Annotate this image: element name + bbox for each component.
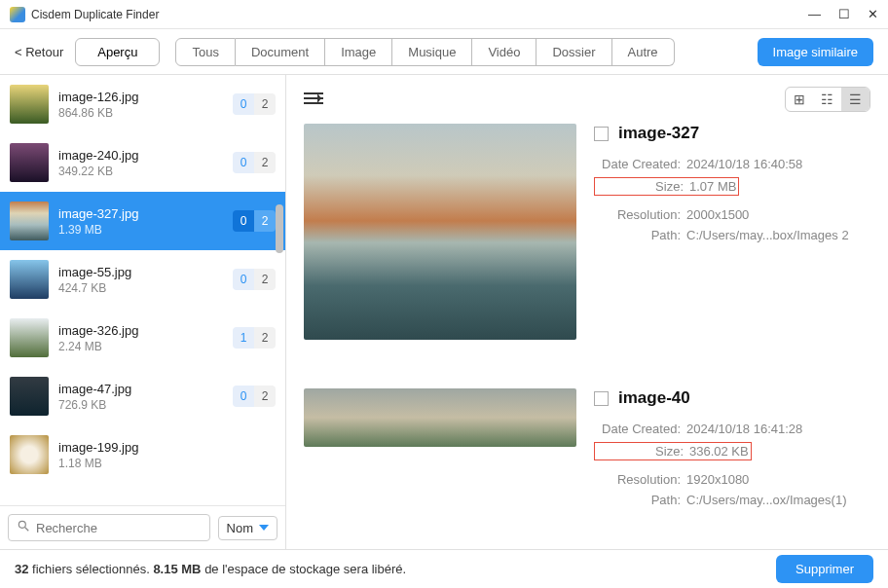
filter-icon[interactable] <box>304 90 323 110</box>
search-input[interactable] <box>36 521 202 535</box>
select-checkbox[interactable] <box>594 127 609 141</box>
file-size: 1.18 MB <box>58 457 276 470</box>
sort-button[interactable]: Nom <box>218 516 278 540</box>
count-badge: 02 <box>233 386 276 407</box>
file-size: 726.9 KB <box>58 398 223 412</box>
tab-tous[interactable]: Tous <box>175 38 235 66</box>
maximize-button[interactable]: ☐ <box>838 7 850 21</box>
close-button[interactable]: ✕ <box>868 7 878 21</box>
file-size: 349.22 KB <box>58 165 223 178</box>
size-highlight: Size:1.07 MB <box>594 177 739 196</box>
search-row: Nom <box>0 505 285 549</box>
search-box[interactable] <box>8 514 210 541</box>
file-name: image-327.jpg <box>58 206 223 221</box>
file-name: image-326.jpg <box>58 323 223 338</box>
similar-image-button[interactable]: Image similaire <box>758 38 873 66</box>
detail-body[interactable]: image-327 Date Created:2024/10/18 16:40:… <box>286 124 888 549</box>
file-size: 1.39 MB <box>58 223 223 237</box>
file-name: image-126.jpg <box>58 90 223 104</box>
sidebar: image-126.jpg864.86 KB 02 image-240.jpg3… <box>0 75 286 549</box>
window-title: Cisdem Duplicate Finder <box>31 8 808 21</box>
count-badge: 02 <box>233 93 276 115</box>
preview-image <box>304 124 576 340</box>
footer: 32 fichiers sélectionnés. 8.15 MB de l'e… <box>0 549 888 588</box>
duplicate-block: image-327 Date Created:2024/10/18 16:40:… <box>304 124 870 340</box>
list-item[interactable]: image-326.jpg2.24 MB 12 <box>0 309 285 367</box>
preview-button[interactable]: Aperçu <box>75 38 160 66</box>
tab-musique[interactable]: Musique <box>392 38 472 66</box>
tab-video[interactable]: Vidéo <box>472 38 536 66</box>
chevron-down-icon <box>259 525 269 531</box>
list-item[interactable]: image-240.jpg349.22 KB 02 <box>0 133 285 192</box>
thumbnail <box>10 318 49 357</box>
toolbar: < Retour Aperçu Tous Document Image Musi… <box>0 29 888 75</box>
search-icon <box>17 519 30 536</box>
tab-image[interactable]: Image <box>325 38 392 66</box>
type-tabs: Tous Document Image Musique Vidéo Dossie… <box>175 38 674 66</box>
list-item[interactable]: image-55.jpg424.7 KB 02 <box>0 250 285 309</box>
thumbnail <box>10 202 49 240</box>
list-item[interactable]: image-199.jpg1.18 MB <box>0 425 285 484</box>
duplicate-info: image-327 Date Created:2024/10/18 16:40:… <box>594 124 870 340</box>
thumbnail <box>10 85 49 124</box>
thumbnail <box>10 260 49 299</box>
count-badge: 02 <box>233 152 276 173</box>
file-name: image-199.jpg <box>58 440 276 455</box>
svg-line-1 <box>25 528 29 532</box>
duplicate-info: image-40 Date Created:2024/10/18 16:41:2… <box>594 388 870 513</box>
preview-image <box>304 388 576 447</box>
detail-toolbar: ⊞ ☷ ☰ <box>286 75 888 124</box>
file-size: 2.24 MB <box>58 340 223 353</box>
titlebar: Cisdem Duplicate Finder — ☐ ✕ <box>0 0 888 29</box>
size-highlight: Size:336.02 KB <box>594 442 752 460</box>
file-size: 424.7 KB <box>58 281 223 295</box>
view-list[interactable]: ☰ <box>841 88 870 111</box>
file-name: image-47.jpg <box>58 382 223 396</box>
view-mode-switch: ⊞ ☷ ☰ <box>785 87 870 112</box>
minimize-button[interactable]: — <box>808 7 821 21</box>
list-item[interactable]: image-126.jpg864.86 KB 02 <box>0 75 285 133</box>
window-controls: — ☐ ✕ <box>808 7 878 21</box>
file-name: image-240.jpg <box>58 148 223 163</box>
list-item-selected[interactable]: image-327.jpg1.39 MB 02 <box>0 192 285 250</box>
thumbnail <box>10 377 49 416</box>
duplicate-title: image-40 <box>618 388 690 408</box>
thumbnail <box>10 435 49 474</box>
tab-dossier[interactable]: Dossier <box>536 38 611 66</box>
file-name: image-55.jpg <box>58 265 223 279</box>
delete-button[interactable]: Supprimer <box>776 555 873 583</box>
scrollbar-thumb[interactable] <box>276 204 283 253</box>
svg-point-0 <box>18 521 25 528</box>
back-button[interactable]: < Retour <box>15 45 63 59</box>
count-badge: 02 <box>233 210 276 232</box>
detail-pane: ⊞ ☷ ☰ image-327 Date Created:2024/10/18 … <box>286 75 888 549</box>
count-badge: 12 <box>233 327 276 349</box>
footer-text: 32 fichiers sélectionnés. 8.15 MB de l'e… <box>15 562 406 576</box>
select-checkbox[interactable] <box>594 391 609 406</box>
view-columns[interactable]: ☷ <box>813 88 841 111</box>
app-icon <box>10 7 25 22</box>
file-list[interactable]: image-126.jpg864.86 KB 02 image-240.jpg3… <box>0 75 285 505</box>
count-badge: 02 <box>233 269 276 290</box>
sort-label: Nom <box>227 521 253 535</box>
duplicate-block: image-40 Date Created:2024/10/18 16:41:2… <box>304 388 870 513</box>
thumbnail <box>10 143 49 182</box>
tab-document[interactable]: Document <box>236 38 325 66</box>
duplicate-title: image-327 <box>618 124 699 143</box>
view-grid[interactable]: ⊞ <box>786 88 813 111</box>
content: image-126.jpg864.86 KB 02 image-240.jpg3… <box>0 75 888 549</box>
file-size: 864.86 KB <box>58 106 223 120</box>
list-item[interactable]: image-47.jpg726.9 KB 02 <box>0 367 285 425</box>
tab-autre[interactable]: Autre <box>612 38 675 66</box>
